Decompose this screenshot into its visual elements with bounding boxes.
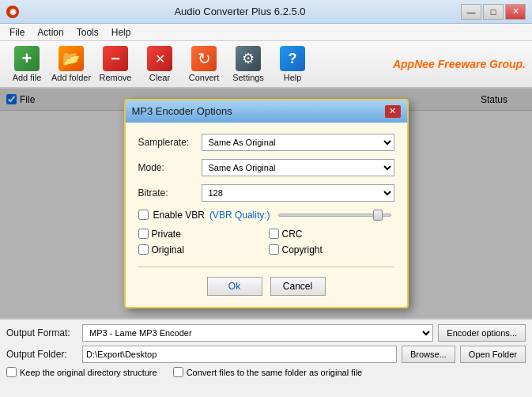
bitrate-row: Bitrate: 64 96 128 192 256 320 xyxy=(138,184,394,202)
clear-icon: ✕ xyxy=(147,46,172,71)
vbr-slider-thumb[interactable] xyxy=(373,210,383,221)
samplerate-label: Samplerate: xyxy=(138,137,202,148)
samplerate-select[interactable]: Same As Original 44100 48000 22050 xyxy=(202,134,394,151)
clear-label: Clear xyxy=(149,73,170,82)
original-checkbox-label[interactable]: Original xyxy=(138,244,264,255)
vbr-quality-label: (VBR Quality:) xyxy=(209,210,270,221)
keep-dir-structure-text: Keep the original directory structure xyxy=(20,368,157,377)
dialog-title-bar: MP3 Encoder Options ✕ xyxy=(126,100,407,123)
convert-same-folder-checkbox[interactable] xyxy=(173,367,183,377)
menu-help[interactable]: Help xyxy=(105,25,138,40)
copyright-label: Copyright xyxy=(282,244,323,255)
convert-button[interactable]: ↻ Convert xyxy=(183,43,224,85)
bitrate-select[interactable]: 64 96 128 192 256 320 xyxy=(202,184,394,202)
menu-file[interactable]: File xyxy=(3,25,31,40)
close-button[interactable]: ✕ xyxy=(505,4,526,20)
app-title: Audio Converter Plus 6.2.5.0 xyxy=(174,6,305,17)
copyright-checkbox[interactable] xyxy=(269,244,279,255)
minimize-button[interactable]: — xyxy=(461,4,481,20)
encoder-options-button[interactable]: Encoder options... xyxy=(438,324,526,342)
modal-overlay: MP3 Encoder Options ✕ Samplerate: Same A… xyxy=(0,89,532,318)
vbr-label: Enable VBR xyxy=(153,210,205,221)
appnee-logo: AppNee Freeware Group. xyxy=(393,58,526,70)
settings-button[interactable]: ⚙ Settings xyxy=(228,43,269,85)
help-icon: ? xyxy=(280,46,305,71)
toolbar: + Add file 📂 Add folder − Remove ✕ Clear… xyxy=(0,41,532,89)
dialog-divider xyxy=(138,267,394,267)
dialog-body: Samplerate: Same As Original 44100 48000… xyxy=(126,123,407,307)
checkboxes-grid: Private CRC Original Copyright xyxy=(138,229,394,255)
help-button[interactable]: ? Help xyxy=(272,43,313,85)
keep-dir-structure-checkbox[interactable] xyxy=(6,367,17,377)
remove-label: Remove xyxy=(100,73,132,82)
menu-bar: File Action Tools Help xyxy=(0,24,532,41)
private-checkbox-label[interactable]: Private xyxy=(138,229,264,240)
mode-select[interactable]: Same As Original Stereo Joint Stereo Mon… xyxy=(202,159,394,176)
vbr-slider-track xyxy=(278,214,391,217)
settings-label: Settings xyxy=(232,73,264,82)
dialog-buttons: Ok Cancel xyxy=(138,277,394,296)
output-format-label: Output Format: xyxy=(6,327,77,338)
original-label: Original xyxy=(152,244,184,255)
add-file-button[interactable]: + Add file xyxy=(6,43,47,85)
output-format-select[interactable]: MP3 - Lame MP3 Encoder xyxy=(82,324,433,342)
add-folder-button[interactable]: 📂 Add folder xyxy=(51,43,92,85)
settings-icon: ⚙ xyxy=(236,46,261,71)
mode-label: Mode: xyxy=(138,162,202,173)
mode-row: Mode: Same As Original Stereo Joint Ster… xyxy=(138,159,394,176)
samplerate-row: Samplerate: Same As Original 44100 48000… xyxy=(138,134,394,151)
original-checkbox[interactable] xyxy=(138,244,149,255)
open-folder-button[interactable]: Open Folder xyxy=(460,346,526,363)
remove-button[interactable]: − Remove xyxy=(95,43,136,85)
convert-icon: ↻ xyxy=(191,46,217,71)
encoder-options-dialog: MP3 Encoder Options ✕ Samplerate: Same A… xyxy=(124,99,409,308)
bottom-panel: Output Format: MP3 - Lame MP3 Encoder En… xyxy=(0,318,532,382)
maximize-button[interactable]: □ xyxy=(483,4,504,20)
bitrate-label: Bitrate: xyxy=(138,187,202,198)
main-area: File Status MP3 Encoder Options ✕ Sample… xyxy=(0,89,532,318)
remove-icon: − xyxy=(103,46,128,71)
menu-tools[interactable]: Tools xyxy=(70,25,105,40)
crc-label: CRC xyxy=(282,229,303,240)
add-folder-label: Add folder xyxy=(51,73,91,82)
ok-button[interactable]: Ok xyxy=(207,277,262,296)
copyright-checkbox-label[interactable]: Copyright xyxy=(269,244,394,255)
menu-action[interactable]: Action xyxy=(31,25,70,40)
add-file-icon: + xyxy=(14,46,40,71)
convert-same-folder-label[interactable]: Convert files to the same folder as orig… xyxy=(173,367,363,377)
help-label: Help xyxy=(284,73,302,82)
title-bar: ◉ Audio Converter Plus 6.2.5.0 — □ ✕ xyxy=(0,0,532,24)
add-folder-icon: 📂 xyxy=(58,46,84,71)
output-folder-row: Output Folder: Browse... Open Folder xyxy=(6,346,526,363)
keep-dir-structure-label[interactable]: Keep the original directory structure xyxy=(6,367,157,377)
bottom-checkboxes: Keep the original directory structure Co… xyxy=(6,367,526,377)
cancel-button[interactable]: Cancel xyxy=(270,277,326,296)
crc-checkbox-label[interactable]: CRC xyxy=(269,229,394,240)
output-format-row: Output Format: MP3 - Lame MP3 Encoder En… xyxy=(6,324,526,342)
output-folder-input[interactable] xyxy=(82,346,397,363)
vbr-row: Enable VBR (VBR Quality:) xyxy=(138,210,394,221)
clear-button[interactable]: ✕ Clear xyxy=(139,43,180,85)
private-label: Private xyxy=(152,229,181,240)
browse-button[interactable]: Browse... xyxy=(402,346,455,363)
convert-label: Convert xyxy=(189,73,220,82)
crc-checkbox[interactable] xyxy=(269,229,279,239)
window-controls: — □ ✕ xyxy=(461,4,526,20)
vbr-checkbox[interactable] xyxy=(138,210,149,220)
add-file-label: Add file xyxy=(13,73,42,82)
dialog-title: MP3 Encoder Options xyxy=(132,105,232,117)
dialog-close-button[interactable]: ✕ xyxy=(385,105,401,118)
convert-same-folder-text: Convert files to the same folder as orig… xyxy=(187,368,363,377)
app-icon: ◉ xyxy=(6,6,19,18)
output-folder-label: Output Folder: xyxy=(6,349,77,360)
private-checkbox[interactable] xyxy=(138,229,149,239)
